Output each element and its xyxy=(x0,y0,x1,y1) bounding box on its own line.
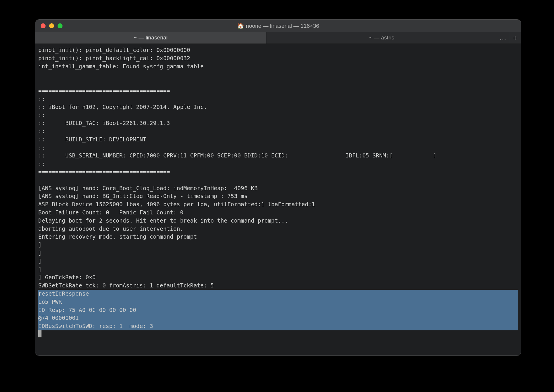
window-title-text: noone — linaserial — 118×36 xyxy=(246,23,319,29)
new-tab-button[interactable]: + xyxy=(509,32,521,44)
window-title: 🏠noone — linaserial — 118×36 xyxy=(35,22,521,29)
home-icon: 🏠 xyxy=(237,23,244,29)
terminal-window: 🏠noone — linaserial — 118×36 ~ — linaser… xyxy=(35,19,521,356)
tab-extras: ... + xyxy=(497,32,521,44)
tabs-overflow-button[interactable]: ... xyxy=(497,32,509,44)
zoom-button[interactable] xyxy=(58,23,63,28)
selected-line[interactable]: Lo5 PWR xyxy=(38,298,518,306)
terminal-output[interactable]: pinot_init(): pinot_default_color: 0x000… xyxy=(38,46,518,339)
close-button[interactable] xyxy=(41,23,46,28)
tab-linaserial[interactable]: ~ — linaserial xyxy=(35,32,266,44)
cursor xyxy=(38,330,41,337)
selected-line[interactable]: resetIdResponse xyxy=(38,290,518,298)
traffic-lights xyxy=(41,23,63,28)
minimize-button[interactable] xyxy=(49,23,54,28)
tab-bar: ~ — linaserial ~ — astris ... + xyxy=(35,32,521,44)
tab-astris[interactable]: ~ — astris xyxy=(266,32,497,44)
selected-line[interactable]: IDBusSwitchToSWD: resp: 1 mode: 3 xyxy=(38,322,518,330)
selected-line[interactable]: @74 00000001 xyxy=(38,314,518,322)
tab-label: ~ — astris xyxy=(369,34,394,41)
titlebar[interactable]: 🏠noone — linaserial — 118×36 xyxy=(35,20,521,32)
tab-label: ~ — linaserial xyxy=(134,34,168,41)
selected-line[interactable]: ID Resp: 75 A0 0C 00 00 00 00 xyxy=(38,306,518,314)
terminal-viewport[interactable]: pinot_init(): pinot_default_color: 0x000… xyxy=(35,44,521,355)
